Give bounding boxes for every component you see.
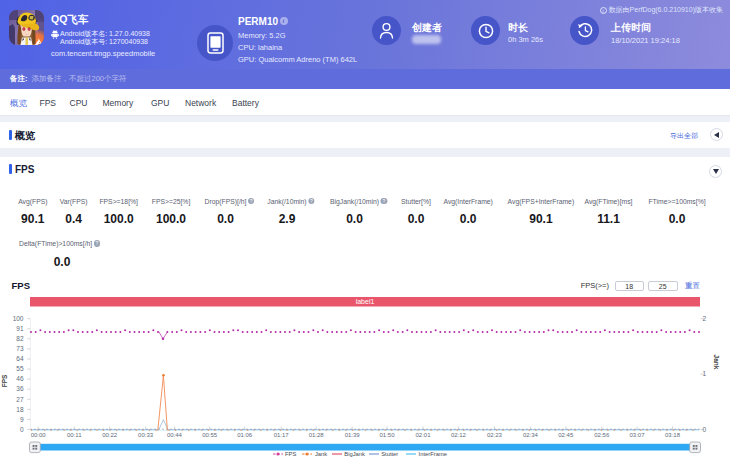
svg-text:02:23: 02:23 <box>487 432 503 438</box>
svg-text:2: 2 <box>703 315 707 322</box>
svg-text:00:33: 00:33 <box>138 432 154 438</box>
svg-text:01:06: 01:06 <box>237 432 253 438</box>
svg-text:02:12: 02:12 <box>451 432 467 438</box>
svg-text:01:28: 01:28 <box>309 432 325 438</box>
svg-text:82: 82 <box>16 335 24 342</box>
svg-text:03:07: 03:07 <box>629 432 645 438</box>
svg-text:Jank: Jank <box>713 355 720 370</box>
svg-text:0: 0 <box>703 426 707 433</box>
svg-text:FPS: FPS <box>1 374 8 387</box>
svg-text:0: 0 <box>20 426 24 433</box>
svg-text:01:50: 01:50 <box>379 432 395 438</box>
svg-text:00:11: 00:11 <box>67 432 82 438</box>
svg-text:00:22: 00:22 <box>102 432 118 438</box>
svg-text:02:34: 02:34 <box>523 432 539 438</box>
svg-text:00:00: 00:00 <box>31 432 47 438</box>
svg-text:00:44: 00:44 <box>167 432 183 438</box>
svg-text:64: 64 <box>16 355 24 362</box>
svg-text:27: 27 <box>16 396 24 403</box>
svg-text:01:17: 01:17 <box>274 432 290 438</box>
svg-text:18: 18 <box>16 406 24 413</box>
svg-text:02:56: 02:56 <box>594 432 610 438</box>
svg-text:36: 36 <box>16 385 24 392</box>
svg-text:100: 100 <box>13 315 24 322</box>
svg-text:02:45: 02:45 <box>558 432 574 438</box>
svg-text:label1: label1 <box>356 298 375 305</box>
svg-text:91: 91 <box>16 325 24 332</box>
svg-text:00:55: 00:55 <box>202 432 218 438</box>
svg-text:9: 9 <box>20 416 24 423</box>
svg-text:03:18: 03:18 <box>665 432 681 438</box>
svg-text:55: 55 <box>16 365 24 372</box>
svg-text:02:01: 02:01 <box>415 432 431 438</box>
svg-text:01:39: 01:39 <box>345 432 361 438</box>
svg-text:73: 73 <box>16 345 24 352</box>
svg-text:46: 46 <box>16 375 24 382</box>
svg-text:1: 1 <box>703 370 707 377</box>
